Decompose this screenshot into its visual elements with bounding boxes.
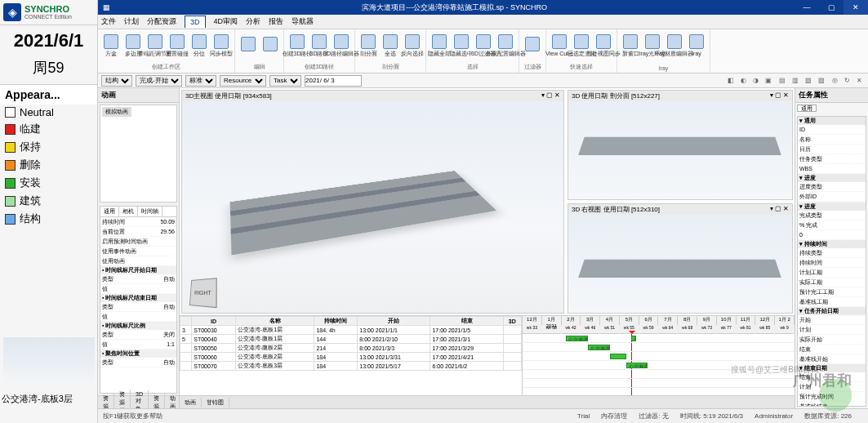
- prop-row[interactable]: 使用动画: [100, 256, 176, 266]
- anim-tab[interactable]: 相机: [119, 207, 138, 216]
- prop-row[interactable]: 0: [798, 230, 866, 240]
- prop-row[interactable]: 类型自动: [100, 358, 176, 367]
- table-row[interactable]: ST00060公交港湾-底板2层18413:00 2021/3/3117:00 …: [180, 353, 522, 362]
- menu-item[interactable]: 分配资源: [147, 16, 176, 27]
- prop-row[interactable]: 进度类型: [798, 182, 866, 192]
- view-controls-icon[interactable]: ▾ ▢ ✕: [770, 205, 789, 214]
- toolbar-icons[interactable]: ◧ ◐ ◑ ▣ ▤ ▥ ▧ ▨ ◎ ↻ ✕: [728, 77, 865, 84]
- filter-resource[interactable]: Resource: [220, 75, 266, 87]
- prop-row[interactable]: 值: [100, 284, 176, 294]
- prop-row[interactable]: 实际开始: [798, 335, 866, 345]
- table-header[interactable]: 名称: [235, 317, 314, 326]
- table-header[interactable]: ID: [192, 317, 236, 326]
- menu-item[interactable]: 分析: [246, 16, 260, 27]
- prop-row[interactable]: 持续类型: [798, 248, 866, 258]
- legend-item[interactable]: 安装: [0, 174, 97, 192]
- gantt-bar[interactable]: 公交港湾-腹板2层: [626, 363, 648, 368]
- main-3d-view[interactable]: 3D主视图 使用日期 [934x583]▾ ▢ ✕ RIGHT: [181, 90, 564, 314]
- ribbon-button[interactable]: [238, 31, 258, 59]
- task-props-tab[interactable]: 通用: [797, 105, 817, 112]
- menu-item[interactable]: 计划: [124, 16, 139, 27]
- table-header[interactable]: [180, 317, 192, 326]
- prop-row[interactable]: 结束: [798, 345, 866, 354]
- prop-row[interactable]: 类型自动: [100, 302, 176, 312]
- view-controls-icon[interactable]: ▾ ▢ ✕: [770, 91, 789, 100]
- view-controls-icon[interactable]: ▾ ▢ ✕: [541, 91, 560, 100]
- ribbon-button[interactable]: [523, 31, 542, 59]
- prop-row[interactable]: 完成类型: [798, 211, 866, 220]
- prop-section[interactable]: ▾ 持续时间: [798, 240, 866, 248]
- ribbon-button[interactable]: 反向选择: [403, 31, 422, 59]
- ribbon-button[interactable]: Iray材质编辑器: [665, 31, 684, 59]
- anim-tab[interactable]: 时间轴: [138, 207, 162, 216]
- ribbon-button[interactable]: 带端距调节杆: [145, 31, 165, 59]
- ribbon-button[interactable]: 全选: [381, 31, 400, 59]
- menu-item[interactable]: 3D: [185, 16, 206, 28]
- prop-row[interactable]: 计划工期: [798, 268, 866, 278]
- prop-row[interactable]: 类型关闭: [100, 330, 176, 340]
- menu-item[interactable]: 导航器: [292, 16, 314, 27]
- prop-section[interactable]: ▪ 时间线标尺开始日期: [100, 266, 176, 274]
- prop-row[interactable]: 名称: [798, 135, 866, 145]
- prop-row[interactable]: 开始: [798, 315, 866, 325]
- table-row[interactable]: 3ST00030公交港湾-底板1层184. 4h13:00 2021/1/117…: [180, 326, 522, 335]
- tab[interactable]: 动画: [180, 398, 202, 407]
- prop-row[interactable]: 外部ID: [798, 192, 866, 202]
- ribbon-button[interactable]: 隐藏全部: [430, 31, 449, 59]
- prop-row[interactable]: 日历: [798, 145, 866, 154]
- prop-row[interactable]: 当前位置29.56: [100, 227, 176, 237]
- prop-section[interactable]: ▾ 通用: [798, 117, 866, 125]
- ribbon-button[interactable]: 剖分面: [358, 31, 378, 59]
- prop-row[interactable]: ID: [798, 125, 866, 135]
- prop-section[interactable]: ▪ 时间线标尺结束日期: [100, 294, 176, 302]
- prop-row[interactable]: 启用预测时间动画: [100, 237, 176, 247]
- prop-row[interactable]: WBS: [798, 164, 866, 174]
- ribbon-button[interactable]: 3D路径编辑器: [332, 31, 351, 59]
- prop-row[interactable]: 基准线开始: [798, 354, 866, 364]
- ribbon-button[interactable]: 隐藏选中: [452, 31, 471, 59]
- gantt-bar[interactable]: 公交港湾-腹板1层: [566, 336, 588, 341]
- prop-row[interactable]: % 完成: [798, 220, 866, 230]
- prop-row[interactable]: 预计完工工期: [798, 287, 866, 297]
- legend-item[interactable]: Neutral: [0, 105, 97, 120]
- prop-row[interactable]: 任务类型: [798, 154, 866, 164]
- maximize-button[interactable]: ▢: [819, 0, 844, 15]
- minimize-button[interactable]: —: [795, 0, 819, 15]
- ribbon-button[interactable]: Iray: [687, 31, 706, 59]
- view-cube[interactable]: RIGHT: [189, 278, 217, 308]
- animation-list[interactable]: 模拟动画: [100, 105, 177, 203]
- table-header[interactable]: 开始: [358, 317, 430, 326]
- legend-item[interactable]: 临建: [0, 120, 97, 138]
- prop-section[interactable]: ▾ 任务开始日期: [798, 307, 866, 315]
- ribbon-button[interactable]: 外观配置编辑器: [496, 31, 515, 59]
- legend-item[interactable]: 建筑: [0, 192, 97, 210]
- close-button[interactable]: ✕: [844, 0, 868, 15]
- ribbon-button[interactable]: [260, 31, 280, 59]
- gantt-bar[interactable]: [610, 354, 626, 359]
- table-header[interactable]: 3D: [503, 317, 521, 326]
- menu-item[interactable]: 报告: [269, 16, 283, 27]
- ribbon-button[interactable]: 重置碰撞: [167, 31, 187, 59]
- table-row[interactable]: 5ST00040公交港湾-腹板1层1448:00 2021/2/1017:00 …: [180, 335, 522, 344]
- ribbon-button[interactable]: 同步模型: [211, 31, 231, 59]
- prop-section[interactable]: ▾ 进度: [798, 203, 866, 211]
- tab[interactable]: 甘特图: [202, 398, 229, 407]
- ribbon-button[interactable]: View Cube: [550, 31, 569, 59]
- filter-standard[interactable]: 标准: [185, 75, 216, 87]
- anim-tab[interactable]: 通用: [100, 207, 119, 216]
- ribbon-button[interactable]: 新窗口: [621, 31, 640, 59]
- table-header[interactable]: 结束: [430, 317, 503, 326]
- filter-task[interactable]: Task: [269, 75, 301, 87]
- gantt-chart[interactable]: 12月1月 20212月3月4月5月6月7月8月9月10月11月12月1月 2 …: [523, 316, 795, 395]
- filter-date[interactable]: [305, 75, 362, 87]
- prop-row[interactable]: 使用事件动画: [100, 247, 176, 256]
- table-row[interactable]: ST00050公交港湾-腹板2层2148:00 2021/3/317:00 20…: [180, 344, 522, 353]
- ribbon-button[interactable]: 共处视图同步: [594, 31, 613, 59]
- ribbon-button[interactable]: 分位: [189, 31, 209, 59]
- prop-section[interactable]: ▾ 结束日期: [798, 364, 866, 372]
- prop-row[interactable]: 计划: [798, 325, 866, 335]
- table-row[interactable]: ST00070公交港湾-底板3层18413:00 2021/5/176:00 2…: [180, 362, 522, 371]
- prop-section[interactable]: ▾ 进度: [798, 174, 866, 182]
- gantt-bar[interactable]: 公交港湾-腹板2层: [588, 345, 610, 350]
- legend-item[interactable]: 保持: [0, 138, 97, 156]
